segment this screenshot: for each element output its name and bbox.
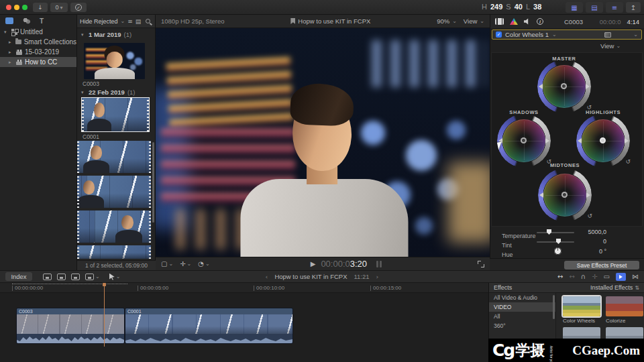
left-arc-marker[interactable] xyxy=(578,138,582,143)
category-video[interactable]: VIDEO xyxy=(489,302,555,312)
video-inspector-icon[interactable] xyxy=(495,18,504,25)
browser-toggle-button[interactable]: ▦ xyxy=(566,2,583,13)
sidebar-item-15-03-2019[interactable]: ▸ 15-03-2019 xyxy=(0,47,76,57)
browser-group-header[interactable]: ▾ 1 Mar 2019 (1) xyxy=(77,28,155,40)
zoom-dropdown[interactable]: 90% xyxy=(437,17,449,25)
filmstrip-row[interactable] xyxy=(77,210,151,243)
titles-generators-tab-icon[interactable]: T xyxy=(40,17,44,25)
right-arc-marker[interactable] xyxy=(545,138,549,143)
append-edit-icon[interactable] xyxy=(71,274,80,280)
filmstrip-row[interactable] xyxy=(77,176,151,208)
playhead[interactable] xyxy=(104,283,105,347)
inspector-toggle-button[interactable]: ≡ xyxy=(606,2,623,13)
category-all-video-audio[interactable]: All Video & Audio xyxy=(489,293,555,302)
info-inspector-icon[interactable]: i xyxy=(537,18,543,25)
status-check-button[interactable]: ✓ xyxy=(70,3,87,12)
disclosure-icon[interactable]: ▾ xyxy=(81,90,86,95)
timeline-expand-icon[interactable]: ⋈ xyxy=(632,273,639,280)
trim-icon[interactable]: ↔ xyxy=(557,273,563,280)
timeline-toggle-button[interactable]: ▤ xyxy=(586,2,603,13)
clip-appearance-icon[interactable]: ▭ xyxy=(604,273,610,280)
right-arc-marker[interactable] xyxy=(586,192,590,198)
filmstrip-row[interactable] xyxy=(77,141,151,173)
zoom-window-button[interactable] xyxy=(22,5,28,10)
timeline-ruler[interactable]: 00:00:00:00 00:00:05:00 00:00:10:00 00:0… xyxy=(0,283,488,293)
background-tasks-button[interactable]: 0▾ xyxy=(50,3,68,12)
reset-icon[interactable]: ↺ xyxy=(625,158,631,165)
preview-monitor-icon[interactable] xyxy=(604,32,611,38)
snapping-toggle[interactable] xyxy=(616,273,626,281)
browser-scrollbar[interactable] xyxy=(152,142,154,223)
sidebar-item-smart-collections[interactable]: ▸ Smart Collections xyxy=(0,37,76,47)
audio-meter-right[interactable] xyxy=(380,261,382,267)
disclosure-icon[interactable]: ▸ xyxy=(9,40,13,45)
search-icon[interactable] xyxy=(146,19,150,23)
solo-icon[interactable]: ∩ xyxy=(581,273,586,280)
effect-row-color-wheels[interactable]: ✓ Color Wheels 1 ⌄ ⌄ xyxy=(492,29,642,40)
color-inspector-icon[interactable] xyxy=(510,18,518,25)
color-wheel-shadows[interactable]: ↺ xyxy=(502,119,545,162)
view-dropdown[interactable]: View xyxy=(464,17,477,25)
audio-inspector-icon[interactable] xyxy=(524,18,531,25)
photos-audio-tab-icon[interactable] xyxy=(23,17,30,24)
clip-thumbnail-c0003[interactable] xyxy=(84,43,145,79)
effect-item-color-wheels[interactable]: Color Wheels xyxy=(563,296,602,324)
wheel-puck[interactable] xyxy=(561,192,568,198)
connect-edit-icon[interactable] xyxy=(43,274,52,280)
timeline-clip-c0001[interactable]: C0001 xyxy=(125,308,292,343)
color-wheel-master[interactable]: ↺ xyxy=(543,65,586,108)
filmstrip-view-icon[interactable]: ▤ xyxy=(136,18,142,25)
param-value[interactable]: 0 xyxy=(565,238,606,245)
color-wheel-highlights[interactable]: ↺ xyxy=(582,119,625,162)
category-360[interactable]: 360° xyxy=(489,321,555,330)
overwrite-edit-icon[interactable] xyxy=(85,274,94,280)
import-button[interactable]: ↓ xyxy=(33,3,48,12)
left-arc-marker[interactable] xyxy=(539,84,543,89)
param-value[interactable]: 0 ° xyxy=(565,248,606,255)
wheel-puck[interactable] xyxy=(521,137,527,143)
share-button[interactable]: ↥ xyxy=(626,2,641,13)
crop-tool-button[interactable]: ▢ xyxy=(161,260,167,267)
filmstrip-row[interactable] xyxy=(77,245,151,259)
minimize-window-button[interactable] xyxy=(14,5,19,10)
skimming-icon[interactable]: ✛ xyxy=(592,273,597,280)
left-arc-marker[interactable] xyxy=(539,192,543,198)
chevron-down-icon[interactable]: ⌄ xyxy=(633,32,638,38)
audio-meter-left[interactable] xyxy=(376,261,378,267)
browser-group-header[interactable]: ▾ 22 Feb 2019 (1) xyxy=(77,86,136,98)
hue-dial[interactable] xyxy=(554,247,561,255)
video-canvas[interactable] xyxy=(156,28,490,257)
wheel-puck[interactable] xyxy=(600,137,606,143)
wheels-view-dropdown[interactable]: View⌄ xyxy=(600,42,621,50)
disclosure-icon[interactable]: ▸ xyxy=(9,50,13,55)
previous-project-icon[interactable]: ‹ xyxy=(266,273,268,280)
index-button[interactable]: Index xyxy=(5,272,32,281)
next-project-icon[interactable]: › xyxy=(376,273,379,280)
installed-effects-dropdown[interactable]: Installed Effects ⇅ xyxy=(590,284,639,291)
sidebar-item-how-to-cc[interactable]: ▸ How to CC xyxy=(0,57,76,67)
disclosure-icon[interactable]: ▾ xyxy=(81,32,86,38)
effect-enable-checkbox[interactable]: ✓ xyxy=(496,32,502,38)
param-value[interactable]: 5000,0 xyxy=(565,229,606,235)
timeline-project-title[interactable]: Hopw to use KIT in FCPX xyxy=(274,273,347,280)
right-arc-marker[interactable] xyxy=(625,138,629,143)
timeline-panel[interactable]: 00:00:00:00 00:00:05:00 00:00:10:00 00:0… xyxy=(0,283,488,362)
libraries-tab-icon[interactable] xyxy=(5,17,13,24)
fullscreen-icon[interactable] xyxy=(478,261,484,267)
color-wheel-midtones[interactable]: ↺ xyxy=(543,174,586,217)
filter-dropdown[interactable]: Hide Rejected xyxy=(80,18,118,25)
save-effects-preset-button[interactable]: Save Effects Preset xyxy=(564,261,639,269)
disclosure-icon[interactable]: ▾ xyxy=(4,29,9,35)
right-arc-marker[interactable] xyxy=(586,84,590,89)
select-tool-icon[interactable] xyxy=(109,274,115,280)
category-scrollbar[interactable] xyxy=(553,295,555,319)
retime-button[interactable]: ◔ xyxy=(198,260,204,267)
category-all[interactable]: All xyxy=(489,312,555,321)
close-window-button[interactable] xyxy=(6,5,11,10)
play-button[interactable]: ▶ xyxy=(311,260,316,267)
clip-appearance-icon[interactable]: ≡ xyxy=(127,18,133,25)
effect-item-colorize[interactable]: Colorize xyxy=(606,296,644,324)
clip-thumbnail-c0001[interactable] xyxy=(82,98,149,131)
timeline-clip-c0003[interactable]: C0003 xyxy=(17,308,124,343)
enhancements-button[interactable]: ✛ xyxy=(180,260,185,267)
